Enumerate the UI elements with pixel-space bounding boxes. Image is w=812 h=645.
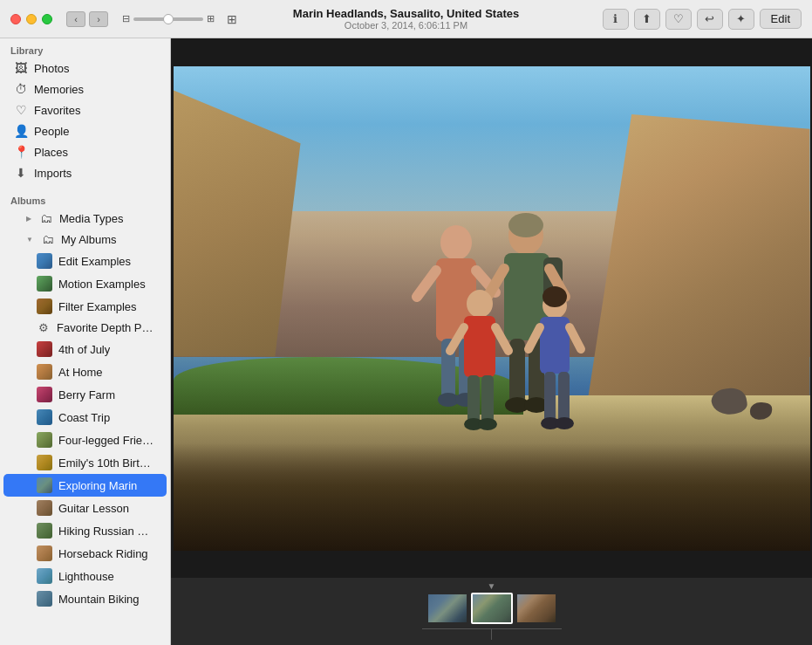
sidebar-item-places[interactable]: 📍 Places xyxy=(3,141,167,162)
sidebar-album-berry-farm[interactable]: Berry Farm xyxy=(3,383,167,406)
back-button[interactable]: ‹ xyxy=(66,11,85,27)
maximize-button[interactable] xyxy=(42,14,52,24)
rotate-button[interactable]: ↩ xyxy=(697,9,723,30)
sidebar-album-four-legged-friends[interactable]: Four-legged Friends xyxy=(3,429,167,451)
guitar-lesson-thumb xyxy=(37,500,52,516)
favorite-button[interactable]: ♡ xyxy=(665,9,692,30)
four-legged-friends-label: Four-legged Friends xyxy=(58,434,156,447)
thumbnail-3[interactable] xyxy=(515,593,557,624)
sidebar-item-photos[interactable]: 🖼 Photos xyxy=(3,58,167,79)
zoom-min-icon: ⊟ xyxy=(122,13,130,24)
edit-examples-label: Edit Examples xyxy=(58,255,131,268)
zoom-slider[interactable] xyxy=(133,17,203,21)
svg-line-3 xyxy=(417,271,436,297)
zoom-max-icon: ⊞ xyxy=(207,13,215,24)
grid-view-icon[interactable]: ⊞ xyxy=(227,12,237,26)
sidebar-album-at-home[interactable]: At Home xyxy=(3,360,167,383)
thumbnail-1[interactable] xyxy=(426,593,468,624)
svg-point-26 xyxy=(478,418,497,430)
photos-label: Photos xyxy=(34,62,69,75)
edit-button[interactable]: Edit xyxy=(760,9,802,29)
sidebar-item-favorites[interactable]: ♡ Favorites xyxy=(3,99,167,120)
photo-location-title: Marin Headlands, Sausalito, United State… xyxy=(293,7,519,20)
titlebar-center: Marin Headlands, Sausalito, United State… xyxy=(293,7,519,31)
svg-rect-20 xyxy=(464,316,495,377)
horseback-riding-thumb xyxy=(37,546,52,561)
hiking-russian-ridge-label: Hiking Russian Ridge xyxy=(58,525,156,538)
thumbnail-2[interactable] xyxy=(471,593,513,624)
sidebar: Library 🖼 Photos ⏱ Memories ♡ Favorites … xyxy=(0,38,171,645)
main-photo-view[interactable] xyxy=(171,38,812,578)
sidebar-album-coast-trip[interactable]: Coast Trip xyxy=(3,406,167,429)
memories-label: Memories xyxy=(34,83,84,96)
svg-point-19 xyxy=(467,290,493,318)
sidebar-album-guitar-lesson[interactable]: Guitar Lesson xyxy=(3,497,167,519)
svg-rect-24 xyxy=(481,375,494,423)
imports-icon: ⬇ xyxy=(14,166,28,180)
svg-rect-23 xyxy=(467,375,480,423)
sidebar-album-hiking-russian-ridge[interactable]: Hiking Russian Ridge xyxy=(3,519,167,542)
sidebar-item-media-types[interactable]: ▶ 🗂 Media Types xyxy=(3,208,167,229)
albums-header: Albums xyxy=(0,189,170,208)
sidebar-album-lighthouse[interactable]: Lighthouse xyxy=(3,565,167,587)
sidebar-album-edit-examples[interactable]: Edit Examples xyxy=(3,250,167,272)
titlebar-actions: ℹ ⬆ ♡ ↩ ✦ Edit xyxy=(603,9,802,30)
titlebar: ‹ › ⊟ ⊞ ⊞ Marin Headlands, Sausalito, Un… xyxy=(0,0,812,38)
share-button[interactable]: ⬆ xyxy=(634,9,660,30)
horseback-riding-label: Horseback Riding xyxy=(58,547,148,560)
ground-shadow xyxy=(174,443,810,550)
my-albums-icon: 🗂 xyxy=(41,232,55,246)
sidebar-item-memories[interactable]: ⏱ Memories xyxy=(3,79,167,99)
thumbnail-2-image xyxy=(473,594,511,622)
titlebar-left: ‹ › ⊟ ⊞ ⊞ xyxy=(10,11,237,27)
at-home-label: At Home xyxy=(58,366,103,379)
svg-point-10 xyxy=(508,213,543,237)
lighthouse-label: Lighthouse xyxy=(58,570,114,583)
sidebar-item-people[interactable]: 👤 People xyxy=(3,120,167,141)
svg-point-35 xyxy=(555,417,574,429)
strip-expand-arrow[interactable]: ▼ xyxy=(488,581,496,591)
people-label: People xyxy=(34,125,69,138)
4th-of-july-thumb xyxy=(37,341,52,357)
minimize-button[interactable] xyxy=(26,14,37,24)
emilys-birthday-label: Emily's 10th Birthday xyxy=(58,456,156,470)
favorite-depth-photos-label: Favorite Depth Photos xyxy=(57,321,156,334)
nav-buttons: ‹ › xyxy=(66,11,108,27)
thumbnail-1-image xyxy=(428,594,467,622)
media-types-label: Media Types xyxy=(59,212,123,225)
close-button[interactable] xyxy=(10,14,21,24)
svg-rect-32 xyxy=(544,372,556,422)
berry-farm-label: Berry Farm xyxy=(58,388,115,401)
strip-indicator xyxy=(422,626,562,640)
filter-examples-label: Filter Examples xyxy=(58,300,137,313)
slider-thumb xyxy=(163,14,174,24)
sidebar-album-4th-of-july[interactable]: 4th of July xyxy=(3,338,167,360)
hiking-russian-ridge-thumb xyxy=(37,523,52,539)
svg-line-31 xyxy=(570,327,581,349)
thumbnail-3-image xyxy=(517,594,556,622)
memories-icon: ⏱ xyxy=(14,82,28,96)
sidebar-album-filter-examples[interactable]: Filter Examples xyxy=(3,295,167,318)
forward-button[interactable]: › xyxy=(89,11,108,27)
sidebar-item-imports[interactable]: ⬇ Imports xyxy=(3,162,167,183)
sidebar-album-horseback-riding[interactable]: Horseback Riding xyxy=(3,542,167,565)
imports-label: Imports xyxy=(34,167,72,180)
coast-trip-label: Coast Trip xyxy=(58,411,110,424)
sidebar-album-mountain-biking[interactable]: Mountain Biking xyxy=(3,587,167,610)
coast-trip-thumb xyxy=(37,409,52,425)
main-area: Library 🖼 Photos ⏱ Memories ♡ Favorites … xyxy=(0,38,812,645)
sidebar-item-my-albums[interactable]: ▼ 🗂 My Albums xyxy=(3,229,167,250)
adjust-button[interactable]: ✦ xyxy=(728,9,754,30)
places-icon: 📍 xyxy=(14,145,28,159)
sidebar-album-motion-examples[interactable]: Motion Examples xyxy=(3,272,167,295)
svg-rect-33 xyxy=(558,372,570,422)
sidebar-album-favorite-depth-photos[interactable]: ⚙ Favorite Depth Photos xyxy=(3,318,167,338)
svg-rect-29 xyxy=(540,317,570,374)
sidebar-album-emilys-birthday[interactable]: Emily's 10th Birthday xyxy=(3,451,167,474)
info-button[interactable]: ℹ xyxy=(603,9,629,30)
exploring-marin-label: Exploring Marin xyxy=(58,479,137,492)
guitar-lesson-label: Guitar Lesson xyxy=(58,502,129,515)
edit-examples-thumb xyxy=(37,253,52,269)
filter-examples-thumb xyxy=(37,298,52,314)
sidebar-album-exploring-marin[interactable]: Exploring Marin xyxy=(3,474,167,497)
